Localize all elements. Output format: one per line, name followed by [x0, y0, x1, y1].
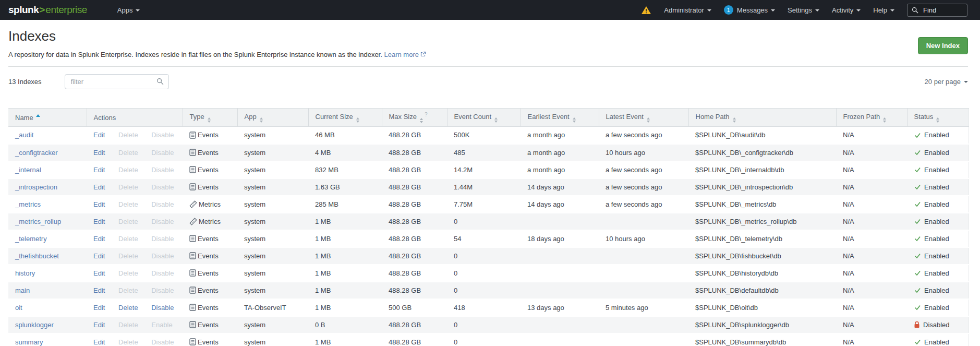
edit-action-link[interactable]: Edit: [93, 218, 105, 225]
column-header-status[interactable]: Status: [907, 109, 969, 127]
activity-menu[interactable]: Activity: [832, 6, 861, 14]
column-header-earliest-event[interactable]: Earliest Event: [521, 109, 599, 127]
delete-action-link[interactable]: Delete: [118, 235, 138, 243]
max-size-value: 488.28 GB: [389, 149, 421, 157]
toggle-action-link[interactable]: Disable: [151, 287, 174, 294]
column-header-frozen-path[interactable]: Frozen Path: [836, 109, 907, 127]
delete-action-link[interactable]: Delete: [118, 149, 138, 157]
index-name-link[interactable]: _metrics: [15, 200, 41, 208]
edit-action-link[interactable]: Edit: [93, 200, 105, 208]
toggle-action-link[interactable]: Disable: [151, 131, 174, 139]
column-header-latest-event[interactable]: Latest Event: [599, 109, 688, 127]
toggle-action-link[interactable]: Disable: [151, 269, 174, 277]
index-name-link[interactable]: _thefishbucket: [15, 252, 59, 260]
edit-action-link[interactable]: Edit: [93, 269, 105, 277]
toggle-action-link[interactable]: Disable: [151, 166, 174, 174]
toggle-action-link[interactable]: Disable: [151, 235, 174, 243]
find-search-box[interactable]: [907, 4, 967, 17]
help-tooltip-icon[interactable]: ?: [425, 112, 428, 117]
indexes-table: Name Actions Type App Current Size Max S…: [8, 108, 968, 346]
splunk-logo[interactable]: splunk>enterprise: [8, 4, 87, 16]
frozen-path-value: N/A: [843, 269, 854, 277]
edit-action-link[interactable]: Edit: [93, 131, 105, 139]
delete-action-link[interactable]: Delete: [118, 321, 138, 329]
status-cell: Enabled: [914, 218, 969, 225]
filter-box[interactable]: [65, 74, 169, 89]
table-row: _metrics Edit Delete Disable Metrics sys…: [8, 196, 969, 213]
max-size-value: 488.28 GB: [389, 287, 421, 294]
column-header-home-path[interactable]: Home Path: [688, 109, 836, 127]
index-name-link[interactable]: oit: [15, 304, 22, 312]
event-count-value: 14.2M: [454, 166, 473, 174]
toggle-action-link[interactable]: Disable: [151, 304, 174, 312]
index-name-link[interactable]: _audit: [15, 131, 33, 139]
table-row: _introspection Edit Delete Disable Event…: [8, 178, 969, 196]
settings-menu[interactable]: Settings: [788, 6, 819, 14]
edit-action-link[interactable]: Edit: [93, 338, 105, 346]
column-header-type[interactable]: Type: [183, 109, 237, 127]
sort-icon: [260, 117, 263, 123]
filter-input[interactable]: [70, 77, 156, 86]
toggle-action-link[interactable]: Disable: [151, 338, 174, 346]
event-count-value: 0: [454, 269, 457, 277]
column-header-max-size[interactable]: Max Size?: [382, 109, 447, 127]
delete-action-link[interactable]: Delete: [118, 304, 138, 312]
events-type-icon: [189, 287, 196, 294]
column-header-event-count[interactable]: Event Count: [447, 109, 521, 127]
sort-icon: [356, 117, 359, 123]
apps-menu[interactable]: Apps: [117, 6, 140, 14]
toggle-action-link[interactable]: Disable: [151, 218, 174, 225]
edit-action-link[interactable]: Edit: [93, 252, 105, 260]
delete-action-link[interactable]: Delete: [118, 218, 138, 225]
learn-more-link[interactable]: Learn more: [384, 51, 426, 58]
index-name-link[interactable]: _introspection: [15, 183, 57, 191]
new-index-button[interactable]: New Index: [918, 37, 968, 54]
delete-action-link[interactable]: Delete: [118, 200, 138, 208]
page-description: A repository for data in Splunk Enterpri…: [8, 51, 968, 59]
edit-action-link[interactable]: Edit: [93, 149, 105, 157]
index-name-link[interactable]: history: [15, 269, 35, 277]
help-menu[interactable]: Help: [873, 6, 894, 14]
index-name-link[interactable]: _metrics_rollup: [15, 218, 61, 225]
frozen-path-value: N/A: [843, 304, 854, 312]
enabled-check-icon: [914, 304, 921, 311]
toggle-action-link[interactable]: Enable: [151, 321, 172, 329]
delete-action-link[interactable]: Delete: [118, 287, 138, 294]
edit-action-link[interactable]: Edit: [93, 235, 105, 243]
column-header-app[interactable]: App: [237, 109, 308, 127]
toggle-action-link[interactable]: Disable: [151, 252, 174, 260]
index-name-link[interactable]: _configtracker: [15, 149, 58, 157]
page-content: Indexes A repository for data in Splunk …: [0, 28, 980, 346]
delete-action-link[interactable]: Delete: [118, 183, 138, 191]
delete-action-link[interactable]: Delete: [118, 338, 138, 346]
edit-action-link[interactable]: Edit: [93, 166, 105, 174]
delete-action-link[interactable]: Delete: [118, 166, 138, 174]
index-name-link[interactable]: _telemetry: [15, 235, 47, 243]
edit-action-link[interactable]: Edit: [93, 183, 105, 191]
delete-action-link[interactable]: Delete: [118, 131, 138, 139]
edit-action-link[interactable]: Edit: [93, 321, 105, 329]
messages-menu[interactable]: 1 Messages: [724, 5, 775, 15]
toggle-action-link[interactable]: Disable: [151, 149, 174, 157]
chevron-down-icon: [771, 9, 775, 11]
warning-triangle-icon[interactable]: [641, 6, 651, 15]
event-count-value: 418: [454, 304, 465, 312]
column-header-current-size[interactable]: Current Size: [308, 109, 382, 127]
index-count-label: 13 Indexes: [8, 78, 42, 86]
find-search-input[interactable]: [922, 6, 963, 15]
edit-action-link[interactable]: Edit: [93, 304, 105, 312]
toggle-action-link[interactable]: Disable: [151, 200, 174, 208]
index-name-link[interactable]: summary: [15, 338, 43, 346]
per-page-dropdown[interactable]: 20 per page: [925, 78, 968, 86]
index-name-link[interactable]: splunklogger: [15, 321, 54, 329]
delete-action-link[interactable]: Delete: [118, 252, 138, 260]
column-header-name[interactable]: Name: [8, 109, 87, 127]
enabled-check-icon: [914, 218, 921, 225]
edit-action-link[interactable]: Edit: [93, 287, 105, 294]
index-name-link[interactable]: _internal: [15, 166, 41, 174]
status-cell: Enabled: [914, 131, 969, 139]
user-menu[interactable]: Administrator: [664, 6, 711, 14]
toggle-action-link[interactable]: Disable: [151, 183, 174, 191]
index-name-link[interactable]: main: [15, 287, 30, 294]
delete-action-link[interactable]: Delete: [118, 269, 138, 277]
